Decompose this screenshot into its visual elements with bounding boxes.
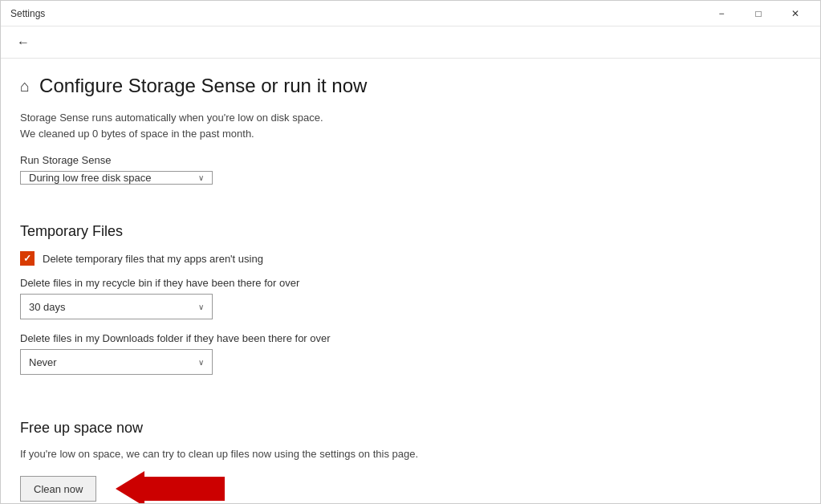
temporary-files-section: Temporary Files ✓ Delete temporary files… — [20, 223, 801, 388]
free-space-section: Free up space now If you're low on space… — [20, 420, 801, 503]
run-label: Run Storage Sense — [20, 154, 801, 166]
arrow-head-icon — [116, 471, 144, 503]
clean-now-row: Clean now — [20, 471, 801, 503]
settings-window: Settings − □ ✕ ← ⌂ Configure Storage Sen… — [0, 0, 821, 504]
run-dropdown-value: During low free disk space — [29, 172, 151, 184]
recycle-bin-label: Delete files in my recycle bin if they h… — [20, 277, 801, 289]
checkmark-icon: ✓ — [23, 253, 31, 264]
delete-temp-row: ✓ Delete temporary files that my apps ar… — [20, 251, 801, 266]
back-button[interactable]: ← — [10, 30, 36, 55]
minimize-icon: − — [718, 8, 724, 19]
recycle-bin-value: 30 days — [29, 301, 66, 313]
recycle-bin-dropdown[interactable]: 30 days ∨ — [20, 294, 213, 319]
free-space-title: Free up space now — [20, 420, 801, 437]
arrow-body-icon — [144, 477, 225, 501]
titlebar-title: Settings — [7, 8, 703, 19]
page-header: ⌂ Configure Storage Sense or run it now — [20, 75, 801, 97]
clean-now-button[interactable]: Clean now — [20, 476, 96, 502]
content-area: ⌂ Configure Storage Sense or run it now … — [1, 59, 820, 503]
maximize-button[interactable]: □ — [740, 1, 777, 26]
back-arrow-icon: ← — [17, 35, 30, 50]
red-arrow-indicator — [116, 471, 225, 503]
titlebar: Settings − □ ✕ — [1, 1, 820, 26]
window-controls: − □ ✕ — [703, 1, 814, 26]
nav-bar: ← — [1, 26, 820, 59]
close-button[interactable]: ✕ — [777, 1, 814, 26]
downloads-dropdown[interactable]: Never ∨ — [20, 349, 213, 375]
minimize-button[interactable]: − — [703, 1, 740, 26]
downloads-label: Delete files in my Downloads folder if t… — [20, 332, 801, 344]
home-icon: ⌂ — [20, 77, 30, 96]
downloads-value: Never — [29, 356, 57, 368]
run-storage-sense-dropdown[interactable]: During low free disk space ∨ — [20, 171, 213, 185]
clean-now-description: If you're low on space, we can try to cl… — [20, 448, 801, 460]
dropdown-chevron-icon: ∨ — [198, 173, 204, 182]
temp-files-title: Temporary Files — [20, 223, 801, 240]
page-title: Configure Storage Sense or run it now — [39, 75, 367, 97]
delete-temp-checkbox[interactable]: ✓ — [20, 251, 35, 266]
description-line2: We cleaned up 0 bytes of space in the pa… — [20, 126, 801, 142]
close-icon: ✕ — [791, 8, 799, 19]
delete-temp-label: Delete temporary files that my apps aren… — [43, 253, 263, 265]
description-line1: Storage Sense runs automatically when yo… — [20, 110, 801, 126]
recycle-bin-chevron-icon: ∨ — [198, 303, 204, 311]
maximize-icon: □ — [755, 8, 761, 19]
downloads-chevron-icon: ∨ — [198, 358, 204, 367]
description-block: Storage Sense runs automatically when yo… — [20, 110, 801, 141]
